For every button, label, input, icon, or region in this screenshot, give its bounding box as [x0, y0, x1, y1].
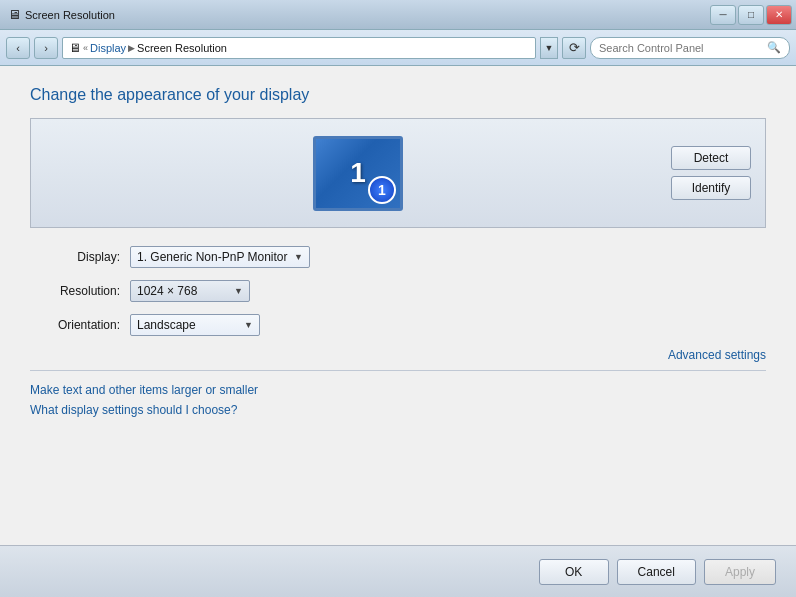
orientation-row: Orientation: Landscape ▼	[30, 314, 766, 336]
monitor-area: 1 1 Detect Identify	[30, 118, 766, 228]
address-bar: ‹ › 🖥 « Display ▶ Screen Resolution ▼ ⟳ …	[0, 30, 796, 66]
breadcrumb-current: Screen Resolution	[137, 42, 227, 54]
display-label: Display:	[30, 250, 130, 264]
orientation-value: Landscape	[137, 318, 196, 332]
display-value: 1. Generic Non-PnP Monitor	[137, 250, 288, 264]
search-box: 🔍	[590, 37, 790, 59]
display-select[interactable]: 1. Generic Non-PnP Monitor ▼	[130, 246, 310, 268]
monitor-badge: 1	[368, 176, 396, 204]
screen-content: 1 1	[316, 139, 400, 208]
apply-button[interactable]: Apply	[704, 559, 776, 585]
button-bar: OK Cancel Apply	[0, 545, 796, 597]
refresh-button[interactable]: ⟳	[562, 37, 586, 59]
text-size-link[interactable]: Make text and other items larger or smal…	[30, 383, 766, 397]
window-title: Screen Resolution	[25, 9, 115, 21]
maximize-button[interactable]: □	[738, 5, 764, 25]
breadcrumb-display[interactable]: Display	[90, 42, 126, 54]
main-content: Change the appearance of your display 1 …	[0, 66, 796, 597]
orientation-dropdown-icon: ▼	[244, 320, 253, 330]
title-bar-left: 🖥 Screen Resolution	[8, 7, 115, 22]
cancel-button[interactable]: Cancel	[617, 559, 696, 585]
minimize-button[interactable]: ─	[710, 5, 736, 25]
advanced-link-row: Advanced settings	[30, 348, 766, 362]
search-icon: 🔍	[767, 41, 781, 54]
advanced-settings-link[interactable]: Advanced settings	[668, 348, 766, 362]
display-settings-link[interactable]: What display settings should I choose?	[30, 403, 766, 417]
breadcrumb: 🖥 « Display ▶ Screen Resolution	[62, 37, 536, 59]
breadcrumb-icon: 🖥	[69, 41, 81, 55]
monitor-number: 1	[350, 157, 366, 189]
monitor-icon: 1 1	[313, 136, 403, 211]
breadcrumb-dropdown-button[interactable]: ▼	[540, 37, 558, 59]
resolution-value: 1024 × 768	[137, 284, 197, 298]
search-input[interactable]	[599, 42, 763, 54]
breadcrumb-separator-1: «	[83, 43, 88, 53]
close-button[interactable]: ✕	[766, 5, 792, 25]
back-button[interactable]: ‹	[6, 37, 30, 59]
orientation-label: Orientation:	[30, 318, 130, 332]
detect-button[interactable]: Detect	[671, 146, 751, 170]
identify-button[interactable]: Identify	[671, 176, 751, 200]
links-section: Make text and other items larger or smal…	[30, 379, 766, 417]
resolution-dropdown-icon: ▼	[234, 286, 243, 296]
resolution-row: Resolution: 1024 × 768 ▼	[30, 280, 766, 302]
display-row: Display: 1. Generic Non-PnP Monitor ▼	[30, 246, 766, 268]
ok-button[interactable]: OK	[539, 559, 609, 585]
orientation-select[interactable]: Landscape ▼	[130, 314, 260, 336]
title-bar-controls: ─ □ ✕	[710, 5, 792, 25]
monitor-buttons: Detect Identify	[671, 146, 751, 200]
resolution-select[interactable]: 1024 × 768 ▼	[130, 280, 250, 302]
content-panel: Change the appearance of your display 1 …	[0, 66, 796, 545]
separator	[30, 370, 766, 371]
forward-button[interactable]: ›	[34, 37, 58, 59]
monitor-badge-number: 1	[378, 182, 386, 198]
title-bar: 🖥 Screen Resolution ─ □ ✕	[0, 0, 796, 30]
monitor-display: 1 1	[45, 136, 671, 211]
display-dropdown-icon: ▼	[294, 252, 303, 262]
window-icon: 🖥	[8, 7, 21, 22]
resolution-label: Resolution:	[30, 284, 130, 298]
breadcrumb-separator-2: ▶	[128, 43, 135, 53]
page-title: Change the appearance of your display	[30, 86, 766, 104]
